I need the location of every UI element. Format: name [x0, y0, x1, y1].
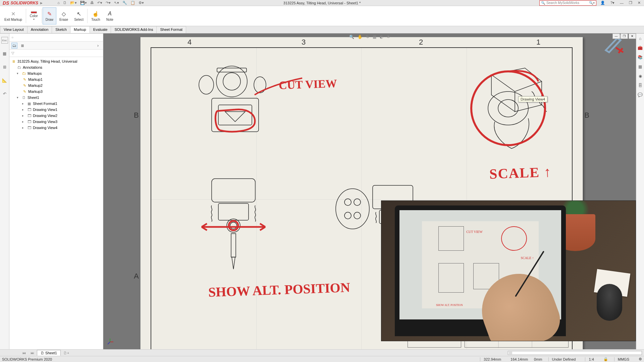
status-scale[interactable]: 1:4	[585, 357, 597, 361]
close-button[interactable]: ✕	[636, 1, 642, 5]
rotate-icon[interactable]: ↻	[366, 35, 369, 39]
view-palette-icon[interactable]: ▦	[637, 64, 643, 70]
tree-markup2[interactable]: ✎ Markup2	[9, 82, 103, 88]
tab-sketch[interactable]: Sketch	[52, 26, 70, 33]
settings-icon[interactable]: ⚙▾	[139, 1, 144, 5]
scroll-left-button[interactable]	[509, 352, 512, 354]
section-icon[interactable]: ▦	[373, 35, 376, 39]
ribbon-select[interactable]: ↖ Select	[71, 7, 87, 24]
doc-max-button[interactable]: ❐	[621, 34, 628, 39]
tree-drawing-view3[interactable]: ▸ 🗔 Drawing View3	[9, 119, 103, 125]
sheet-scroll-left-icon[interactable]: ⏮	[20, 350, 28, 356]
esc-icon[interactable]: Esc	[1, 37, 8, 44]
tree-markups-group[interactable]: ▾ 🗀 Markups	[9, 70, 103, 76]
tab-annotation[interactable]: Annotation	[27, 26, 52, 33]
print-icon[interactable]: 🖶	[90, 1, 94, 5]
forum-icon[interactable]: 💬	[637, 92, 643, 98]
expand-icon[interactable]: ▸	[22, 102, 25, 105]
sheet-tab-sheet1[interactable]: 🗋 Sheet1	[37, 350, 61, 356]
doc-close-button[interactable]: ✕	[629, 34, 636, 39]
tab-evaluate[interactable]: Evaluate	[90, 26, 111, 33]
doc-min-button[interactable]: —	[612, 34, 620, 39]
horizontal-scrollbar[interactable]	[508, 351, 642, 355]
status-lock-icon[interactable]: 🔒	[603, 357, 608, 361]
expand-icon[interactable]: ▸	[22, 108, 25, 111]
rebuild-icon[interactable]: 🔧	[122, 1, 127, 5]
redo-icon[interactable]: ↷▾	[106, 1, 111, 5]
ribbon-label: Color	[30, 14, 38, 18]
open-icon[interactable]: 📂▾	[70, 1, 77, 5]
library-icon[interactable]: 📚	[637, 54, 643, 60]
drawing-view2[interactable]	[195, 175, 275, 276]
tree-annotations[interactable]: 🗀 Annotations	[9, 64, 103, 70]
ribbon-touch[interactable]: ☝ Touch	[88, 7, 103, 24]
tree-markup1[interactable]: ✎ Markup1	[9, 76, 103, 82]
help-icon[interactable]: ?▾	[609, 1, 616, 5]
expand-icon[interactable]: ▸	[22, 120, 25, 123]
expand-icon[interactable]: ▸	[22, 114, 25, 117]
tab-markup[interactable]: Markup	[70, 26, 90, 33]
tab-addins[interactable]: SOLIDWORKS Add-Ins	[111, 26, 157, 33]
search-input[interactable]: 🔍 Search MySolidWorks 🔍▾	[539, 0, 596, 6]
search-go-icon[interactable]: 🔍▾	[589, 1, 595, 5]
user-icon[interactable]: 👤	[599, 1, 606, 5]
tree-sheet1[interactable]: ▾ 🗋 Sheet1	[9, 95, 103, 101]
file-icon[interactable]: 📋	[130, 1, 135, 5]
new-icon[interactable]: 🗋	[63, 1, 67, 5]
status-gear-icon[interactable]: ⚙	[639, 357, 642, 361]
display-icon[interactable]: ▦	[1, 50, 8, 57]
property-tab-icon[interactable]: ≣	[19, 43, 25, 49]
select-icon[interactable]: ↖▾	[114, 1, 119, 5]
collapse-icon[interactable]: ▾	[17, 96, 20, 99]
tree-markup3[interactable]: ✎ Markup3	[9, 88, 103, 95]
ribbon-label: Select	[74, 18, 84, 21]
ribbon-draw[interactable]: ✎ Draw	[43, 7, 56, 24]
save-icon[interactable]: 💾▾	[80, 1, 87, 5]
svg-point-12	[498, 100, 518, 117]
minimize-button[interactable]: —	[619, 1, 625, 5]
assembly-icon[interactable]: ⊞	[1, 64, 8, 70]
hide-show-icon[interactable]: 👁	[386, 35, 390, 39]
zone-label: 3	[302, 38, 306, 47]
pan-icon[interactable]: ✋	[358, 35, 363, 39]
restore-button[interactable]: ❐	[628, 1, 634, 5]
sheet-scroll-right-icon[interactable]: ⏭	[29, 350, 36, 356]
collapse-icon[interactable]: ▾	[17, 72, 20, 75]
status-units[interactable]: MMGS	[614, 357, 633, 361]
undo-icon[interactable]: ↶▾	[97, 1, 102, 5]
expand-menu-icon[interactable]: ▶	[40, 1, 43, 5]
resources-icon[interactable]: 🧰	[637, 45, 643, 51]
ribbon-erase[interactable]: ◇ Erase	[56, 7, 71, 24]
undo-side-icon[interactable]: ↶	[1, 90, 8, 97]
tree-drawing-view4[interactable]: ▸ 🗔 Drawing View4	[9, 125, 103, 131]
expand-panel-icon[interactable]: ›	[95, 43, 101, 49]
zoom-icon[interactable]: 🔍	[349, 35, 354, 39]
home-icon[interactable]: ⌂	[57, 1, 60, 5]
ribbon-exit-markup[interactable]: ✕ Exit Markup	[1, 7, 25, 24]
tree-sheet-format1[interactable]: ▸ ▦ Sheet Format1	[9, 101, 103, 107]
drawing-view1[interactable]	[198, 61, 272, 142]
tree-drawing-view1[interactable]: ▸ 🗔 Drawing View1	[9, 107, 103, 113]
tree-root[interactable]: 🗎 313225 Assy, Tilting Head, Universal	[9, 58, 103, 64]
view-icon: 🗔	[27, 107, 32, 112]
appearances-icon[interactable]: ◉	[637, 73, 643, 79]
ribbon-color[interactable]: Color ▾	[27, 7, 41, 24]
tab-sheet-format[interactable]: Sheet Format	[156, 26, 186, 33]
drawing-canvas[interactable]: 🔍 ✋ ↻ ▦ ◐ 👁 ❐ — — ❐ ✕ 4 3 2	[103, 34, 636, 349]
add-sheet-icon[interactable]: 🗋+	[61, 350, 71, 356]
tab-view-layout[interactable]: View Layout	[0, 26, 28, 33]
pip-markup-cut: CUT VIEW	[466, 230, 482, 234]
measure-icon[interactable]: 📐	[1, 77, 8, 84]
display-mode-icon[interactable]: ◐	[380, 35, 383, 39]
expand-icon[interactable]: ▸	[22, 126, 25, 129]
tree-filter[interactable]: ▽	[9, 50, 103, 57]
custom-props-icon[interactable]: 🗄	[637, 82, 643, 88]
feature-tree-tab-icon[interactable]: 🗂	[11, 43, 17, 49]
home-pane-icon[interactable]: ⌂	[637, 36, 643, 42]
markup-icon: ✎	[22, 77, 27, 82]
left-vertical-toolbar: Esc ▦ ⊞ 📐 ↶	[0, 34, 9, 349]
tree-drawing-view2[interactable]: ▸ 🗔 Drawing View2	[9, 113, 103, 119]
ribbon-note[interactable]: A Note	[103, 7, 116, 24]
drawing-view4[interactable]: Drawing View4	[465, 61, 552, 155]
svg-rect-14	[212, 179, 255, 202]
